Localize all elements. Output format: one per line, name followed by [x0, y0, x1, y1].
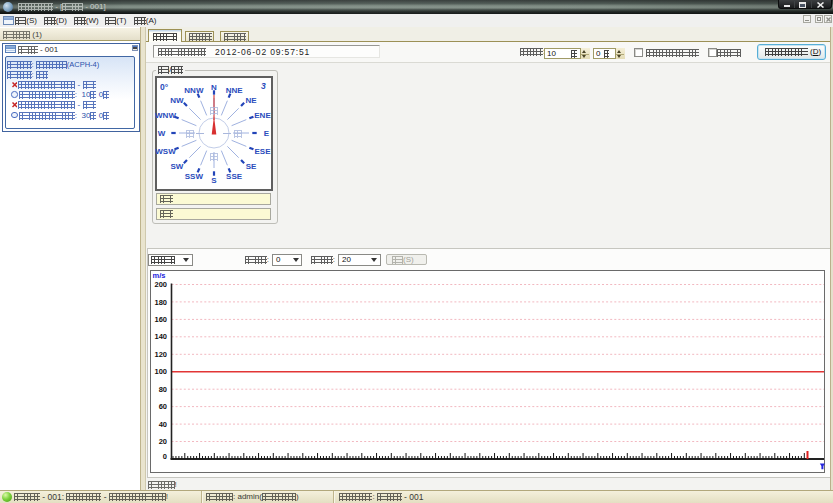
svg-text:0: 0 — [163, 451, 167, 460]
svg-text:200: 200 — [154, 280, 167, 289]
svg-text:WSW: WSW — [155, 147, 176, 156]
svg-text:S: S — [211, 176, 217, 185]
svg-text:20: 20 — [159, 437, 167, 446]
svg-text:m/s: m/s — [153, 271, 166, 280]
svg-text:SSW: SSW — [184, 172, 203, 181]
svg-text:ESE: ESE — [254, 147, 271, 156]
svg-text:40: 40 — [159, 419, 167, 428]
svg-text:SE: SE — [245, 162, 256, 171]
svg-text:NW: NW — [170, 96, 184, 105]
svg-text:140: 140 — [154, 332, 167, 341]
svg-text:80: 80 — [159, 384, 167, 393]
svg-text:WNW: WNW — [155, 111, 176, 120]
svg-text:120: 120 — [154, 349, 167, 358]
svg-text:60: 60 — [159, 402, 167, 411]
svg-text:100: 100 — [154, 367, 167, 376]
svg-text:NNW: NNW — [184, 86, 204, 95]
svg-text:SW: SW — [170, 162, 183, 171]
svg-text:160: 160 — [154, 314, 167, 323]
svg-text:NE: NE — [245, 96, 257, 105]
svg-text:ENE: ENE — [254, 111, 271, 120]
svg-text:180: 180 — [154, 297, 167, 306]
svg-text:NNE: NNE — [225, 86, 243, 95]
svg-text:N: N — [211, 83, 217, 92]
svg-text:E: E — [263, 129, 269, 138]
svg-text:W: W — [157, 129, 165, 138]
svg-text:SSE: SSE — [226, 172, 243, 181]
